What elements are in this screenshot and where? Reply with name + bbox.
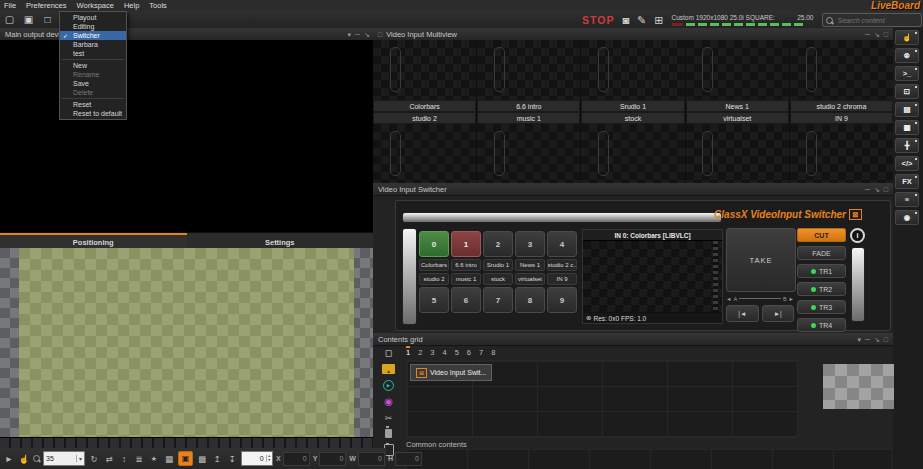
panel-menu-icon[interactable]: ▾ (347, 31, 351, 38)
right-slider[interactable] (851, 247, 865, 322)
tr1-button[interactable]: TR1 (797, 264, 846, 278)
grid-tab-2[interactable]: 2 (418, 346, 422, 357)
snap-icon[interactable]: ▣ (178, 451, 193, 466)
positioning-canvas[interactable] (0, 248, 373, 437)
fill-icon[interactable]: ▩ (196, 454, 208, 464)
input-5-button[interactable]: 5 (419, 287, 449, 313)
value-stepper[interactable]: 0 ▲ ▼ (241, 451, 273, 466)
multiview-thumb[interactable] (373, 40, 476, 100)
maximize-icon[interactable]: □ (884, 31, 888, 38)
multiview-thumb[interactable] (581, 124, 684, 183)
terminal-icon[interactable]: >_ (895, 66, 919, 81)
cut-button[interactable]: CUT (797, 228, 846, 242)
monitor-icon[interactable]: ⊡ (895, 84, 919, 99)
zoom-level-select[interactable]: 35 ▾ (43, 451, 85, 466)
canvas-transparency-grid[interactable] (19, 248, 354, 437)
input-2-button[interactable]: 2 (483, 231, 513, 257)
menu-item-reset[interactable]: Reset (60, 100, 126, 109)
multiview-thumb[interactable] (581, 40, 684, 100)
next-button[interactable]: ►| (762, 305, 795, 322)
grid-tab-3[interactable]: 3 (430, 346, 434, 357)
play-icon[interactable]: ▶ (383, 380, 394, 391)
grid-tab-8[interactable]: 8 (491, 346, 495, 357)
zoom-icon[interactable] (33, 455, 40, 462)
ab-transition-slider[interactable]: ◄ A B ► (726, 294, 794, 303)
menu-workspace[interactable]: Workspace (77, 1, 114, 10)
tab-positioning[interactable]: Positioning (0, 233, 187, 249)
tr2-button[interactable]: TR2 (797, 282, 846, 296)
menu-item-barbara[interactable]: Barbara (60, 40, 126, 49)
input-4-button[interactable]: 4 (547, 231, 577, 257)
spray-icon[interactable] (385, 429, 392, 438)
grid-tab-4[interactable]: 4 (443, 346, 447, 357)
list-icon[interactable]: ≡ (895, 192, 919, 207)
undock-icon[interactable]: ↘ (364, 31, 370, 38)
ab-slider-track[interactable] (739, 298, 781, 299)
input-9-button[interactable]: 9 (547, 287, 577, 313)
undock-icon[interactable]: ↘ (874, 336, 880, 343)
menu-file[interactable]: File (4, 1, 16, 10)
take-button[interactable]: TAKE (726, 228, 796, 292)
tr4-button[interactable]: TR4 (797, 318, 846, 332)
panel-menu-icon[interactable]: ▾ (857, 336, 861, 343)
star-icon[interactable]: ★ (148, 455, 160, 463)
raise-icon[interactable]: ↥ (211, 454, 223, 464)
switcher-top-slider[interactable] (402, 212, 722, 223)
open-file-icon[interactable]: ▢ (2, 12, 17, 26)
menu-item-reset-to-default[interactable]: Reset to default (60, 109, 126, 118)
capture-icon[interactable]: ⊞ (654, 14, 663, 27)
menu-item-playout[interactable]: Playout (60, 13, 126, 22)
hand-tool-icon[interactable]: ☝ (895, 30, 919, 45)
menu-item-test[interactable]: test (60, 49, 126, 58)
left-slider[interactable] (402, 228, 417, 325)
undock-icon[interactable]: ↘ (874, 31, 880, 38)
cursor-icon[interactable]: ► (3, 454, 15, 464)
input-3-button[interactable]: 3 (515, 231, 545, 257)
database-icon[interactable]: ▤ (895, 102, 919, 117)
gamepad-icon[interactable]: ╋ (895, 138, 919, 153)
camera-icon[interactable]: ◙ (622, 14, 629, 26)
minimize-icon[interactable]: ─ (865, 186, 870, 193)
save-icon[interactable]: ▣ (21, 12, 36, 26)
undock-icon[interactable]: ↘ (874, 186, 880, 193)
grid-icon[interactable]: ▦ (163, 454, 175, 464)
minimize-icon[interactable]: ─ (865, 336, 870, 343)
tr3-button[interactable]: TR3 (797, 300, 846, 314)
flip-horizontal-icon[interactable]: ⇄ (103, 454, 115, 464)
scissors-icon[interactable]: ✂ (385, 413, 393, 423)
contents-grid[interactable]: ⊠ Video Input Swit... (406, 360, 798, 438)
input-7-button[interactable]: 7 (483, 287, 513, 313)
close-circle-icon[interactable]: ⊗ (895, 48, 919, 63)
minimize-icon[interactable]: ─ (355, 31, 360, 38)
grid-tab-7[interactable]: 7 (479, 346, 483, 357)
y-field[interactable]: 0 (319, 452, 346, 466)
maximize-icon[interactable]: □ (884, 186, 888, 193)
menu-preferences[interactable]: Preferences (26, 1, 66, 10)
cube-icon[interactable]: ◻ (385, 348, 392, 358)
fx-icon[interactable]: FX (895, 174, 919, 189)
lower-icon[interactable]: ↧ (226, 454, 238, 464)
input-0-button[interactable]: 0 (419, 231, 449, 257)
new-document-icon[interactable]: □ (40, 12, 55, 26)
menu-tools[interactable]: Tools (149, 1, 167, 10)
multiview-thumb[interactable] (790, 40, 893, 100)
maximize-icon[interactable]: □ (884, 336, 888, 343)
grid-tab-5[interactable]: 5 (455, 346, 459, 357)
input-8-button[interactable]: 8 (515, 287, 545, 313)
previous-button[interactable]: |◄ (726, 305, 759, 322)
table-grid-icon[interactable]: ▦ (895, 120, 919, 135)
rotate-icon[interactable]: ↻ (88, 454, 100, 464)
multiview-thumb[interactable] (477, 124, 580, 183)
common-contents-row[interactable] (406, 449, 891, 469)
input-6-button[interactable]: 6 (451, 287, 481, 313)
grid-tab-1[interactable]: 1 (406, 346, 410, 357)
menu-help[interactable]: Help (124, 1, 139, 10)
code-icon[interactable]: </> (895, 156, 919, 171)
info-icon[interactable]: i (850, 228, 865, 243)
grid-tab-6[interactable]: 6 (467, 346, 471, 357)
search-input[interactable] (836, 16, 918, 25)
minimize-icon[interactable]: ─ (865, 31, 870, 38)
eye-icon[interactable]: ◉ (895, 210, 919, 225)
layers-icon[interactable]: ≣ (133, 454, 145, 464)
w-field[interactable]: 0 (358, 452, 385, 466)
